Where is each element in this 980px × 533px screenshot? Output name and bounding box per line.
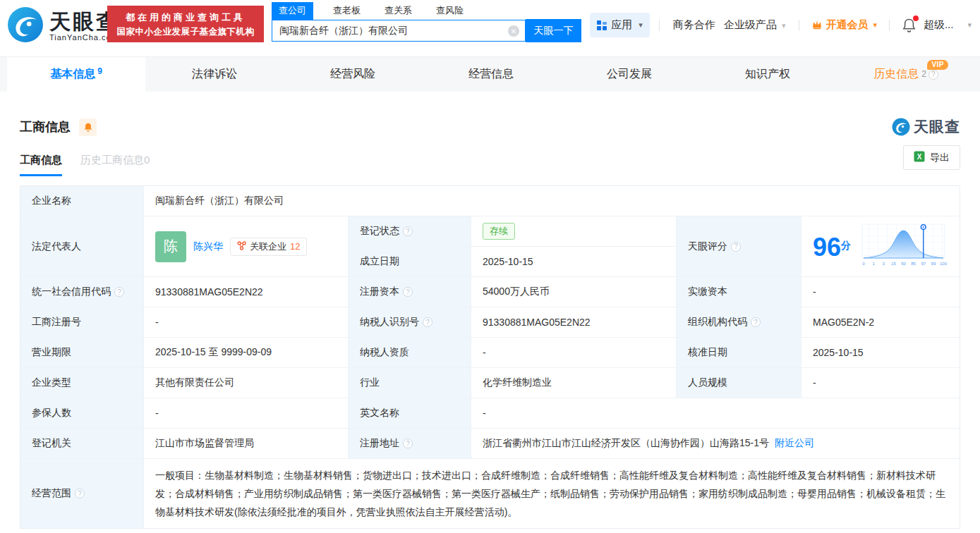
search-tab-boss[interactable]: 查老板 — [326, 2, 368, 20]
chevron-down-icon: ▾ — [873, 20, 877, 30]
super-label: 超级... — [924, 18, 954, 30]
search-input[interactable] — [272, 25, 498, 37]
score-value: 96 — [813, 235, 841, 260]
tab-intellectual-property[interactable]: 知识产权 — [698, 57, 837, 92]
field-value-english-name: - — [471, 398, 960, 429]
field-label-company-name: 企业名称 — [20, 186, 144, 216]
brand-slogan-badge: 都在用的商业查询工具 国家中小企业发展子基金旗下机构 — [107, 6, 264, 42]
field-value-reg-authority: 江山市市场监督管理局 — [144, 429, 349, 459]
slogan-line2: 国家中小企业发展子基金旗下机构 — [117, 25, 255, 39]
tab-count: 9 — [97, 66, 102, 76]
svg-text:3: 3 — [883, 262, 885, 266]
field-label-reg-status: 登记状态? — [349, 216, 471, 247]
help-icon[interactable]: ? — [403, 226, 413, 236]
network-icon — [237, 241, 246, 252]
help-icon[interactable]: ? — [423, 317, 432, 327]
status-badge: 存续 — [483, 223, 515, 240]
export-button[interactable]: X 导出 — [903, 145, 960, 170]
legal-rep-name-link[interactable]: 陈兴华 — [193, 240, 223, 253]
slogan-line1: 都在用的商业查询工具 — [126, 10, 246, 25]
chevron-down-icon: ▾ — [782, 21, 786, 30]
tab-count: 2 — [921, 69, 926, 79]
field-label-reg-authority: 登记机关 — [20, 429, 144, 459]
help-icon[interactable]: ? — [75, 489, 85, 498]
related-label: 关联企业 — [250, 240, 286, 253]
nearby-companies-link[interactable]: 附近公司 — [775, 437, 814, 450]
apps-grid-icon — [597, 20, 607, 30]
field-label-org-code: 组织机构代码? — [677, 307, 801, 338]
tianyancha-logo[interactable]: 天眼查 TianYanCha.com — [7, 6, 119, 46]
help-icon[interactable]: ? — [928, 70, 938, 80]
tab-label: 经营风险 — [330, 67, 375, 82]
svg-text:1: 1 — [872, 262, 875, 266]
tianyancha-swirl-icon — [7, 6, 44, 46]
search-tab-relation[interactable]: 查关系 — [377, 2, 419, 20]
search-tab-company[interactable]: 查公司 — [272, 2, 313, 20]
menu-business-cooperation[interactable]: 商务合作 — [673, 18, 715, 32]
tianyancha-watermark: 天眼查 — [892, 117, 960, 137]
field-label-taxpayer-quality: 纳税人资质 — [349, 338, 471, 368]
field-value-org-code: MAG05E2N-2 — [801, 307, 960, 338]
help-icon[interactable]: ? — [751, 317, 761, 327]
field-value-reg-address: 浙江省衢州市江山市江山经济开发区（山海协作园）山海路15-1号 附近公司 — [471, 429, 960, 459]
field-label-reg-capital: 注册资本? — [349, 277, 471, 307]
tab-legal-proceedings[interactable]: 法律诉讼 — [145, 57, 284, 92]
help-icon[interactable]: ? — [114, 287, 124, 297]
vip-label: 开通会员 — [825, 18, 868, 32]
menu-enterprise-products[interactable]: 企业级产品 ▾ — [724, 18, 786, 32]
open-vip-link[interactable]: 开通会员 ▾ — [811, 18, 877, 32]
search-button[interactable]: 天眼一下 — [526, 19, 581, 42]
field-value-taxpayer-quality: - — [471, 338, 677, 368]
subtab-history-business-info[interactable]: 历史工商信息0 — [80, 154, 150, 176]
field-value-insured-count: - — [144, 398, 349, 429]
score-distribution-chart: 0 1 3 15 50 85 97 99 100 — [859, 222, 948, 271]
svg-text:97: 97 — [921, 262, 926, 266]
field-label-taxpayer-id: 纳税人识别号? — [349, 307, 471, 338]
chevron-down-icon: ▾ — [639, 20, 643, 30]
svg-text:85: 85 — [911, 262, 916, 266]
field-value-company-name: 闽瑞新合纤（浙江）有限公司 — [144, 186, 960, 216]
excel-icon: X — [914, 151, 925, 164]
svg-text:50: 50 — [901, 262, 906, 266]
subtab-business-info[interactable]: 工商信息 — [20, 154, 62, 176]
field-label-score: 天眼评分? — [677, 216, 801, 277]
svg-text:15: 15 — [891, 262, 896, 266]
score-unit: 分 — [841, 233, 851, 258]
field-label-english-name: 英文名称 — [349, 398, 471, 429]
field-value-taxpayer-id: 91330881MAG05E2N22 — [471, 307, 677, 338]
related-count: 12 — [290, 241, 300, 252]
field-value-staff-size: - — [801, 368, 960, 398]
field-label-legal-rep: 法定代表人 — [20, 216, 144, 277]
field-value-legal-rep: 陈 陈兴华 关联企业 12 — [144, 216, 349, 277]
help-icon[interactable]: ? — [403, 439, 413, 448]
field-label-establish-date: 成立日期 — [349, 247, 471, 277]
tab-company-development[interactable]: 公司发展 — [560, 57, 698, 92]
field-label-insured-count: 参保人数 — [20, 398, 144, 429]
tab-operating-risk[interactable]: 经营风险 — [284, 57, 422, 92]
field-label-credit-code: 统一社会信用代码? — [20, 277, 144, 307]
field-value-establish-date: 2025-10-15 — [471, 247, 677, 277]
tab-label: 历史信息 — [873, 67, 919, 82]
search-tab-risk[interactable]: 查风险 — [429, 2, 471, 20]
notification-bell-icon[interactable] — [902, 18, 917, 33]
clear-search-icon[interactable]: ✕ — [508, 25, 519, 37]
tab-history-info[interactable]: VIP 历史信息 2 ? — [837, 57, 975, 92]
field-value-industry: 化学纤维制造业 — [471, 368, 677, 398]
tab-operating-info[interactable]: 经营信息 — [422, 57, 560, 92]
enterprise-label: 企业级产品 — [724, 18, 777, 30]
search-tabs: 查公司 查老板 查关系 查风险 — [272, 2, 581, 20]
tab-basic-info[interactable]: 基本信息 9 — [7, 57, 145, 92]
related-companies-badge[interactable]: 关联企业 12 — [230, 238, 307, 256]
svg-text:99: 99 — [931, 262, 936, 266]
help-icon[interactable]: ? — [731, 242, 741, 252]
business-info-table: 企业名称 闽瑞新合纤（浙江）有限公司 法定代表人 陈 陈兴华 关联企业 12 登… — [20, 185, 960, 529]
chevron-down-icon: ▾ — [967, 20, 972, 30]
field-label-approval-date: 核准日期 — [677, 338, 801, 368]
monitor-bell-icon[interactable] — [79, 118, 97, 136]
apps-menu[interactable]: 应用 ▾ — [590, 13, 650, 37]
help-icon[interactable]: ? — [403, 287, 413, 297]
legal-rep-avatar[interactable]: 陈 — [155, 231, 186, 262]
subtab-row: 工商信息 历史工商信息0 X 导出 — [20, 148, 960, 176]
tab-label: 经营信息 — [468, 67, 514, 82]
menu-super-account[interactable]: 超级... — [924, 18, 954, 32]
